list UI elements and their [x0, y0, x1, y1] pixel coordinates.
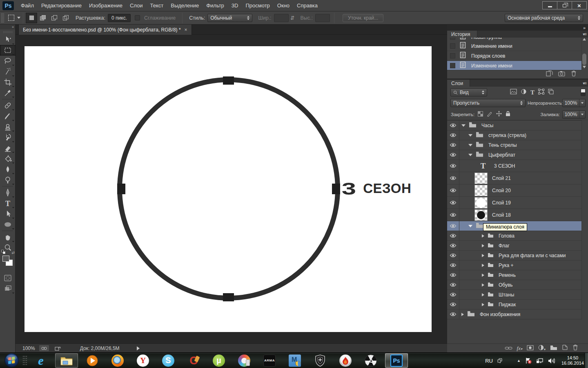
history-source-checkbox[interactable]: [450, 38, 455, 40]
layer-effects-icon[interactable]: fx▾: [517, 345, 522, 352]
menu-0[interactable]: Файл: [17, 0, 38, 11]
adjustment-layer-filter-icon[interactable]: [521, 89, 527, 96]
start-button[interactable]: [4, 353, 19, 368]
history-state[interactable]: Изменение имени: [447, 41, 581, 51]
zoom-level[interactable]: 100%: [22, 346, 35, 351]
blur-tool[interactable]: [0, 164, 16, 175]
visibility-eye-icon[interactable]: [447, 310, 459, 319]
subtract-from-selection-button[interactable]: [49, 13, 60, 23]
document-tab[interactable]: Без имени-1-восстановлено.psd @ 100% (Фо…: [18, 25, 192, 35]
language-bar-icon[interactable]: [497, 358, 502, 363]
history-source-checkbox[interactable]: [450, 53, 455, 58]
new-selection-button[interactable]: [26, 13, 37, 23]
menu-5[interactable]: Выделение: [167, 0, 203, 11]
path-selection-tool[interactable]: [0, 209, 16, 219]
brush-tool[interactable]: [0, 111, 16, 121]
hand-tool[interactable]: [0, 232, 16, 242]
add-layer-mask-icon[interactable]: [527, 345, 534, 352]
pixel-layer-filter-icon[interactable]: [510, 89, 517, 96]
expand-triangle-icon[interactable]: [468, 134, 472, 137]
visibility-eye-icon[interactable]: [447, 209, 459, 221]
visibility-eye-icon[interactable]: [447, 251, 459, 260]
taskbar-yandex-browser[interactable]: Y: [132, 353, 154, 368]
rectangular-marquee-tool[interactable]: [0, 45, 16, 56]
minimize-button[interactable]: [542, 1, 557, 9]
taskbar-radiation-app[interactable]: [360, 353, 382, 368]
expand-triangle-icon[interactable]: [482, 303, 484, 306]
opacity-value[interactable]: 100%: [562, 99, 586, 107]
expand-triangle-icon[interactable]: [482, 293, 484, 296]
document-size-info[interactable]: Док: 2,00M/26,5M: [80, 346, 120, 351]
lock-all-icon[interactable]: [506, 111, 510, 118]
type-layer-filter-icon[interactable]: T: [530, 89, 535, 96]
network-icon[interactable]: [536, 358, 543, 364]
move-tool[interactable]: [0, 34, 16, 45]
layer-row[interactable]: Слой 21: [447, 172, 581, 184]
spot-healing-brush-tool[interactable]: [0, 100, 16, 111]
layer-group-row[interactable]: Пиджак: [447, 300, 581, 310]
expand-triangle-icon[interactable]: [461, 313, 464, 316]
antialias-checkbox[interactable]: [135, 15, 140, 20]
paint-bucket-tool[interactable]: [0, 153, 16, 164]
layer-thumbnail[interactable]: [474, 173, 488, 184]
delete-layer-icon[interactable]: [572, 344, 578, 352]
menu-3[interactable]: Слои: [126, 0, 147, 11]
menu-4[interactable]: Текст: [147, 0, 167, 11]
fill-value[interactable]: 100%: [562, 110, 586, 119]
layer-group-row[interactable]: Тень стрелы: [447, 140, 581, 150]
language-indicator[interactable]: RU: [485, 358, 493, 364]
layer-thumbnail[interactable]: [474, 197, 488, 209]
layer-group-row[interactable]: Рука для флага или с часами: [447, 251, 581, 260]
shape-layer-filter-icon[interactable]: [538, 89, 544, 96]
expand-triangle-icon[interactable]: [468, 225, 472, 227]
expand-triangle-icon[interactable]: [468, 144, 472, 146]
taskbar-skype[interactable]: S: [157, 353, 179, 368]
taskbar-flame-app[interactable]: [334, 353, 356, 368]
layer-group-row[interactable]: Голова: [447, 231, 581, 241]
workspace-dropdown[interactable]: Основная рабочая среда: [505, 14, 583, 22]
default-colors-icon[interactable]: [1, 250, 5, 254]
layer-group-row[interactable]: Фон изображения: [447, 310, 581, 319]
layer-group-row[interactable]: Цыферблат: [447, 150, 581, 160]
menu-10[interactable]: Справка: [293, 0, 321, 11]
height-input[interactable]: [315, 14, 330, 22]
expand-triangle-icon[interactable]: [482, 234, 484, 238]
lasso-tool[interactable]: [0, 56, 16, 66]
tab-close-icon[interactable]: ×: [185, 27, 187, 33]
expand-triangle-icon[interactable]: [461, 124, 466, 127]
volume-icon[interactable]: [548, 358, 555, 364]
eraser-tool[interactable]: [0, 143, 16, 153]
menu-6[interactable]: Фильтр: [203, 0, 228, 11]
layer-thumbnail[interactable]: [474, 185, 488, 196]
layer-row[interactable]: Слой 18: [447, 209, 581, 221]
history-panel-menu-icon[interactable]: ▾≡: [583, 32, 586, 36]
width-input[interactable]: [274, 14, 289, 22]
visibility-eye-icon[interactable]: [447, 150, 459, 159]
new-group-icon[interactable]: [550, 345, 557, 352]
refine-edge-button[interactable]: Уточн. край...: [343, 14, 383, 22]
visibility-eye-icon[interactable]: [447, 172, 459, 184]
visibility-eye-icon[interactable]: [447, 140, 459, 150]
taskbar-internet-explorer[interactable]: e: [30, 353, 52, 368]
menu-1[interactable]: Редактирование: [38, 0, 85, 11]
layers-panel-menu-icon[interactable]: ▾≡: [583, 81, 586, 85]
clone-stamp-tool[interactable]: [0, 121, 16, 132]
expand-triangle-icon[interactable]: [482, 274, 484, 277]
visibility-eye-icon[interactable]: [447, 121, 459, 130]
visibility-eye-icon[interactable]: [447, 231, 459, 240]
history-brush-tool[interactable]: [0, 132, 16, 143]
eyedropper-tool[interactable]: [0, 88, 16, 98]
restore-button[interactable]: [557, 1, 572, 9]
new-layer-icon[interactable]: [562, 344, 568, 352]
menu-8[interactable]: Просмотр: [242, 0, 273, 11]
add-to-selection-button[interactable]: [37, 13, 49, 23]
visibility-eye-icon[interactable]: [447, 290, 459, 299]
collapse-panels-icon[interactable]: »: [583, 25, 586, 30]
visibility-eye-icon[interactable]: [447, 260, 459, 270]
layer-row[interactable]: T3 СЕЗОН: [447, 160, 581, 172]
new-snapshot-icon[interactable]: [558, 71, 566, 78]
taskbar-firefox[interactable]: [107, 353, 129, 368]
taskbar-arma[interactable]: ARMA: [258, 353, 281, 368]
visibility-eye-icon[interactable]: [447, 160, 459, 172]
canvas[interactable]: 3 СЕЗОН: [24, 46, 432, 332]
